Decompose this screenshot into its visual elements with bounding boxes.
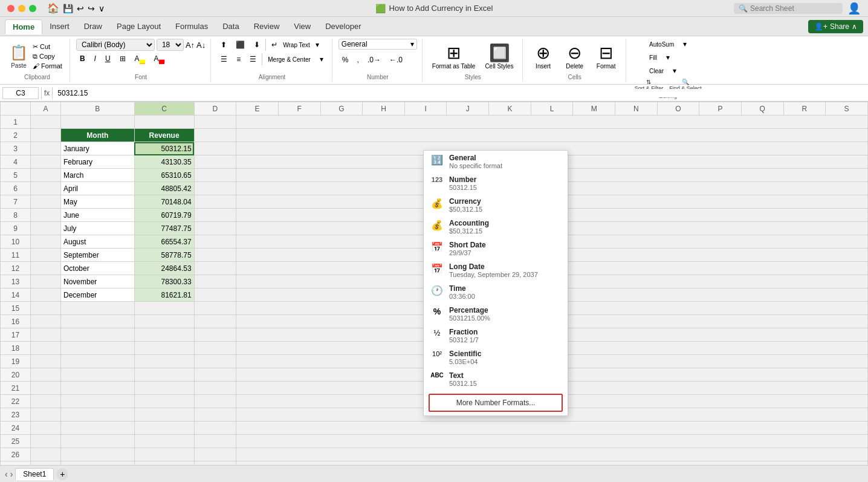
format-item-longdate[interactable]: 📅 Long Date Tuesday, September 29, 2037 — [424, 259, 568, 281]
cell-a4[interactable] — [31, 155, 61, 169]
align-top-button[interactable]: ⬆ — [217, 39, 230, 50]
cell-c12[interactable]: 24864.53 — [134, 262, 194, 275]
format-item-accounting[interactable]: 💰 Accounting $50,312.15 — [424, 216, 568, 238]
cell-d1[interactable] — [194, 116, 236, 129]
col-header-q[interactable]: Q — [741, 102, 783, 116]
format-item-scientific[interactable]: 10² Scientific 5.03E+04 — [424, 347, 568, 368]
cell-c6[interactable]: 48805.42 — [134, 182, 194, 195]
paste-button[interactable]: 📋 Paste — [10, 44, 28, 69]
fill-color-button[interactable]: A▃ — [131, 53, 149, 64]
col-header-g[interactable]: G — [320, 102, 363, 116]
user-icon[interactable]: 👤 — [847, 2, 861, 15]
cell-b5[interactable]: March — [61, 169, 135, 182]
cell-c3[interactable]: 50312.15 — [134, 142, 194, 155]
cell-d8[interactable] — [194, 209, 236, 222]
fill-button[interactable]: Fill — [646, 53, 661, 62]
tab-data[interactable]: Data — [215, 19, 246, 33]
more-number-formats-button[interactable]: More Number Formats... — [429, 394, 563, 412]
col-header-a[interactable]: A — [31, 102, 61, 116]
col-header-d[interactable]: D — [194, 102, 236, 116]
tab-page-layout[interactable]: Page Layout — [109, 19, 168, 33]
border-button[interactable]: ⊞ — [116, 53, 129, 64]
cell-reference-box[interactable] — [2, 87, 39, 99]
format-cells-button[interactable]: ⊟ Format — [592, 41, 621, 72]
undo-icon[interactable]: ↩ — [77, 4, 84, 13]
scroll-left-button[interactable]: ‹ — [5, 469, 8, 479]
cell-b4[interactable]: February — [61, 155, 135, 169]
cut-button[interactable]: ✂ Cut — [30, 42, 65, 51]
cell-b6[interactable]: April — [61, 182, 135, 195]
cell-b1[interactable] — [61, 116, 135, 129]
cell-e1[interactable] — [236, 116, 868, 129]
tab-formulas[interactable]: Formulas — [168, 19, 215, 33]
clear-chevron[interactable]: ▾ — [669, 65, 680, 76]
cell-c13[interactable]: 78300.33 — [134, 275, 194, 288]
increase-decimal-button[interactable]: .0→ — [364, 54, 384, 65]
wrap-text-button[interactable]: ↵ — [268, 39, 281, 50]
col-header-h[interactable]: H — [363, 102, 405, 116]
cell-a9[interactable] — [31, 222, 61, 235]
cell-b12[interactable]: October — [61, 262, 135, 275]
col-header-k[interactable]: K — [489, 102, 531, 116]
insert-button[interactable]: ⊕ Insert — [529, 41, 558, 72]
cell-a14[interactable] — [31, 288, 61, 302]
align-bottom-button[interactable]: ⬇ — [250, 39, 264, 50]
clear-button[interactable]: Clear — [646, 67, 667, 76]
fill-chevron[interactable]: ▾ — [662, 52, 673, 63]
search-input[interactable] — [750, 4, 835, 13]
tab-review[interactable]: Review — [247, 19, 287, 33]
cell-a2[interactable] — [31, 129, 61, 142]
cell-a10[interactable] — [31, 235, 61, 249]
autosum-chevron[interactable]: ▾ — [679, 39, 690, 50]
col-header-j[interactable]: J — [447, 102, 489, 116]
align-left-button[interactable]: ☰ — [217, 54, 231, 65]
cell-b3[interactable]: January — [61, 142, 135, 155]
autosum-button[interactable]: AutoSum — [646, 40, 678, 49]
col-header-o[interactable]: O — [657, 102, 699, 116]
cell-a6[interactable] — [31, 182, 61, 195]
format-item-percentage[interactable]: % Percentage 5031215.00% — [424, 303, 568, 325]
cell-c5[interactable]: 65310.65 — [134, 169, 194, 182]
col-header-l[interactable]: L — [531, 102, 573, 116]
cell-a13[interactable] — [31, 275, 61, 288]
delete-button[interactable]: ⊖ Delete — [560, 41, 589, 72]
cell-b14[interactable]: December — [61, 288, 135, 302]
redo-icon[interactable]: ↪ — [88, 4, 95, 13]
cell-b2-month[interactable]: Month — [61, 129, 135, 142]
sheet-tab-sheet1[interactable]: Sheet1 — [15, 468, 54, 480]
cell-b9[interactable]: July — [61, 222, 135, 235]
cell-d4[interactable] — [194, 155, 236, 169]
tab-draw[interactable]: Draw — [77, 19, 109, 33]
decrease-font-icon[interactable]: A↓ — [196, 41, 206, 50]
align-center-button[interactable]: ≡ — [233, 54, 244, 65]
col-header-m[interactable]: M — [573, 102, 615, 116]
number-format-dropdown[interactable]: 🔢 General No specific format 123 Number … — [423, 150, 568, 416]
save-icon[interactable]: 💾 — [63, 4, 73, 13]
cell-d11[interactable] — [194, 249, 236, 262]
col-header-i[interactable]: I — [404, 102, 447, 116]
cell-d9[interactable] — [194, 222, 236, 235]
cell-a1[interactable] — [31, 116, 61, 129]
cell-d14[interactable] — [194, 288, 236, 302]
cell-d13[interactable] — [194, 275, 236, 288]
cell-b11[interactable]: September — [61, 249, 135, 262]
col-header-e[interactable]: E — [236, 102, 279, 116]
cell-c9[interactable]: 77487.75 — [134, 222, 194, 235]
cell-c11[interactable]: 58778.75 — [134, 249, 194, 262]
cell-d7[interactable] — [194, 195, 236, 209]
cell-c10[interactable]: 66554.37 — [134, 235, 194, 249]
cell-c14[interactable]: 81621.81 — [134, 288, 194, 302]
comma-button[interactable]: , — [354, 54, 363, 65]
format-item-general[interactable]: 🔢 General No specific format — [424, 151, 568, 172]
col-header-b[interactable]: B — [61, 102, 135, 116]
cell-d5[interactable] — [194, 169, 236, 182]
cell-d12[interactable] — [194, 262, 236, 275]
formula-input[interactable] — [55, 89, 866, 97]
cell-d6[interactable] — [194, 182, 236, 195]
search-bar[interactable]: 🔍 — [734, 3, 843, 14]
cell-e2[interactable] — [236, 129, 868, 142]
cell-b8[interactable]: June — [61, 209, 135, 222]
cell-c2-revenue[interactable]: Revenue — [134, 129, 194, 142]
add-sheet-button[interactable]: + — [56, 468, 68, 480]
cell-a5[interactable] — [31, 169, 61, 182]
